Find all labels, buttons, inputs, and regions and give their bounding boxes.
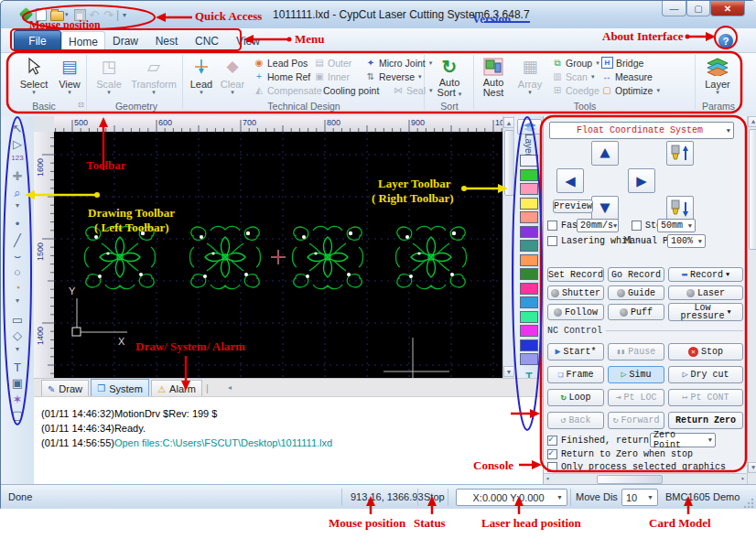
clear-button[interactable]: ◆ Clear▾ (217, 55, 248, 95)
return-zero-button[interactable]: Return Zero (668, 412, 743, 429)
layer-color-swatch[interactable] (520, 226, 538, 238)
about-help-icon[interactable]: ? (717, 31, 735, 50)
laser-button[interactable]: Laser (668, 285, 743, 300)
nozzle-down-button[interactable] (666, 196, 694, 221)
move-dis-combo[interactable]: 10▼ (621, 489, 658, 506)
nozzle-up-button[interactable] (666, 141, 694, 166)
shutter-button[interactable]: Shutter (547, 285, 604, 300)
arc-tool-icon[interactable]: ⌣ (1, 249, 34, 264)
reverse-button[interactable]: ⇅Reverse▾ (365, 70, 422, 82)
back-button[interactable]: ↺Back (547, 412, 604, 429)
record-button[interactable]: ▬Record▼ (668, 267, 743, 282)
tabs-scroll-left-icon[interactable]: ◂ (228, 383, 232, 392)
measure-button[interactable]: ↔Measure (601, 70, 653, 82)
lead-pos-button[interactable]: ◉Lead Pos (254, 57, 308, 69)
pt-cont-button[interactable]: ↦Pt CONT (668, 389, 743, 406)
panel-vscrollbar[interactable]: ▲ ▼ (747, 116, 756, 484)
frame-button[interactable]: ❏Frame (547, 366, 604, 383)
start-button[interactable]: ▶Start* (547, 343, 604, 361)
layer-color-swatch[interactable] (520, 339, 538, 351)
layer-color-swatch[interactable] (520, 353, 538, 365)
optimize-button[interactable]: ▢Optimize▾ (601, 84, 660, 96)
layer-button[interactable]: Layer▾ (698, 55, 737, 95)
rounded-rect-tool-icon[interactable]: ▢ (1, 408, 34, 422)
layer-color-swatch[interactable] (520, 283, 538, 295)
layer-color-swatch[interactable] (520, 211, 538, 223)
return-to-zero-checkbox[interactable] (547, 449, 557, 459)
fast-checkbox[interactable] (547, 221, 557, 231)
wand-tool-icon[interactable]: ✶ (1, 393, 34, 406)
coedge-button[interactable]: ⊞Coedge (552, 84, 599, 96)
low-pressure-button[interactable]: Lowpressure▼ (668, 303, 743, 321)
auto-sort-button[interactable]: ↻ AutoSort ▾ (429, 55, 470, 98)
finished-return-checkbox[interactable] (547, 436, 557, 446)
pause-button[interactable]: ▮▮Pause (608, 343, 664, 361)
step-combo[interactable]: 50mm▼ (657, 219, 696, 232)
bridge-button[interactable]: HBridge (601, 57, 643, 69)
tab-alarm[interactable]: ⚠Alarm (151, 380, 202, 397)
node-edit-tool-icon[interactable]: ▷ (1, 137, 34, 151)
follow-button[interactable]: Follow (547, 304, 604, 320)
tab-nest[interactable]: Nest (147, 31, 186, 50)
guide-button[interactable]: Guide (608, 285, 664, 300)
layer-color-swatch[interactable] (520, 311, 538, 323)
text-tool-icon[interactable]: T (1, 361, 34, 374)
layer-color-swatch[interactable] (520, 268, 538, 280)
outer-button[interactable]: ▤Outer (314, 57, 351, 69)
step-checkbox[interactable] (632, 221, 642, 231)
polygon-tool-icon[interactable]: ◇ (1, 328, 34, 342)
point-tool-icon[interactable]: • (1, 217, 34, 231)
dropdown-caret-icon[interactable]: ▾ (1, 345, 34, 353)
pie-tool-icon[interactable]: ◔ (1, 281, 34, 295)
micro-joint-button[interactable]: ✦Micro Joint▾ (365, 57, 432, 69)
simu-button[interactable]: ▷Simu (608, 366, 664, 383)
coord-system-combo[interactable]: Float Coordinate System▼ (549, 122, 734, 139)
scan-button[interactable]: ▥Scan▾ (552, 70, 594, 82)
group-button[interactable]: ⧉Group▾ (552, 57, 599, 69)
minimize-button[interactable]: — (662, 1, 686, 16)
zoom-tool-icon[interactable]: ⌕ (1, 186, 34, 200)
tab-draw[interactable]: Draw (105, 31, 146, 50)
home-ref-button[interactable]: +Home Ref (254, 70, 310, 82)
loop-button[interactable]: ↻Loop (547, 389, 604, 406)
layer-color-swatch[interactable] (520, 254, 538, 266)
zero-point-combo[interactable]: Zero Point▼ (650, 433, 716, 447)
tab-draw[interactable]: ✎Draw (41, 380, 89, 397)
only-selected-checkbox[interactable] (547, 462, 557, 472)
inner-button[interactable]: ▣Inner (314, 70, 350, 82)
layer-color-swatch[interactable] (520, 169, 538, 181)
line-tool-icon[interactable]: ╱ (1, 233, 34, 247)
preview-button[interactable]: Preview (553, 199, 593, 213)
layer-color-swatch[interactable] (520, 155, 538, 167)
dropdown-caret-icon[interactable]: ▾ (1, 296, 34, 305)
auto-nest-button[interactable]: AutoNest (477, 55, 510, 98)
circle-tool-icon[interactable]: ○ (1, 265, 34, 279)
redo-icon[interactable]: ↷ (103, 7, 113, 22)
set-record-button[interactable]: Set Record (547, 267, 604, 282)
panel-scroll-up-icon[interactable]: ▲ (748, 116, 756, 127)
tab-system[interactable]: ❐System (91, 379, 149, 397)
layer-color-swatch[interactable] (520, 198, 538, 210)
layer-color-swatch[interactable] (520, 296, 538, 308)
resize-grip[interactable] (744, 498, 754, 508)
dry-cut-button[interactable]: ▷Dry cut (668, 366, 743, 383)
customize-quick-access-icon[interactable]: ▾ (123, 7, 126, 22)
jog-left-button[interactable]: ◀ (556, 168, 584, 193)
number-tool-icon[interactable]: 123 (1, 154, 34, 162)
jog-right-button[interactable]: ▶ (628, 168, 655, 193)
tab-view[interactable]: View (228, 31, 268, 50)
dialog-launcher-icon[interactable]: ⊡ (78, 101, 84, 109)
pt-loc-button[interactable]: ⇥Pt LOC (608, 389, 664, 406)
layer-color-swatch[interactable] (520, 240, 538, 252)
pan-tool-icon[interactable]: ✚ (1, 169, 34, 183)
scale-button[interactable]: ◳ Scale▾ (91, 55, 127, 95)
fast-speed-combo[interactable]: 20mm/s▼ (577, 219, 619, 232)
rectangle-tool-icon[interactable]: ▭ (1, 313, 34, 327)
array-button[interactable]: ▦ Array▾ (513, 55, 546, 95)
select-tool-icon[interactable]: ↖ (1, 122, 34, 135)
dropdown-caret-icon[interactable]: ▾ (1, 201, 34, 210)
lead-button[interactable]: Lead▾ (188, 55, 215, 95)
select-button[interactable]: Select▾ (16, 55, 52, 95)
view-button[interactable]: ▤ View▾ (54, 55, 85, 95)
tab-cnc[interactable]: CNC (188, 31, 226, 50)
